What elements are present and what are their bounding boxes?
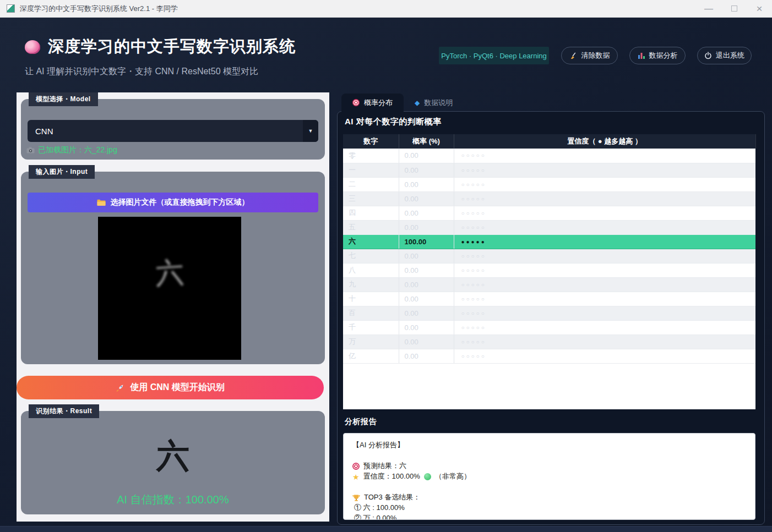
header-probability: 概率 (%) [399, 134, 454, 149]
probability-table-wrap: 数字 概率 (%) 置信度（ ● 越多越高 ） 零0.00○○○○○ 一0.00… [343, 134, 755, 409]
load-status: 已加载图片：六_22.jpg [26, 145, 117, 155]
report-heading: 分析报告 [345, 417, 377, 427]
report-top3-item: ① 六 : 100.00% [352, 503, 746, 513]
result-group-title: 识别结果・Result [29, 404, 99, 418]
input-group: 输入图片・Input 选择图片文件（或直接拖拽到下方区域） 六 [21, 172, 325, 364]
table-row[interactable]: 二0.00○○○○○ [343, 177, 755, 191]
data-analysis-button[interactable]: 数据分析 [629, 47, 686, 64]
broom-icon [569, 52, 578, 60]
page-subtitle: 让 AI 理解并识别中文数字・支持 CNN / ResNet50 模型对比 [25, 66, 258, 78]
input-group-title: 输入图片・Input [29, 165, 95, 179]
header-digit: 数字 [343, 134, 399, 149]
table-row[interactable]: 一0.00○○○○○ [343, 163, 755, 177]
image-preview[interactable]: 六 [98, 217, 241, 360]
result-group: 识别结果・Result 六 AI 自信指数：100.00% [21, 411, 325, 514]
table-row[interactable]: 七0.00○○○○○ [343, 249, 755, 263]
clear-data-button[interactable]: 清除数据 [561, 47, 618, 64]
diamond-icon: ◆ [415, 99, 420, 107]
green-dot-icon [424, 473, 431, 480]
tab-data-info[interactable]: ◆ 数据说明 [404, 94, 464, 112]
rocket-icon [116, 383, 124, 392]
maximize-button[interactable] [721, 0, 747, 17]
load-status-text: 已加载图片：六_22.jpg [38, 145, 117, 155]
target-icon [352, 99, 360, 106]
preview-handwriting: 六 [154, 253, 186, 293]
exit-button[interactable]: 退出系统 [697, 47, 752, 64]
report-prediction-line: 预测结果：六 [352, 461, 746, 471]
table-row[interactable]: 零0.00○○○○○ [343, 149, 755, 163]
table-row[interactable]: 四0.00○○○○○ [343, 206, 755, 220]
table-row[interactable]: 亿0.00○○○○○ [343, 349, 755, 363]
table-row[interactable]: 五0.00○○○○○ [343, 220, 755, 234]
brain-icon [25, 40, 40, 54]
model-group-title: 模型选择・Model [29, 92, 98, 106]
chevron-down-icon[interactable]: ▼ [303, 120, 318, 142]
star-icon: ★ [352, 473, 360, 481]
table-header-row: 数字 概率 (%) 置信度（ ● 越多越高 ） [343, 134, 755, 149]
table-row[interactable]: 九0.00○○○○○ [343, 277, 755, 292]
report-top3-item: ② 万 : 0.00% [352, 513, 746, 520]
close-icon: × [756, 3, 762, 14]
power-icon [704, 52, 712, 59]
table-row[interactable]: 万0.00○○○○○ [343, 334, 755, 349]
target-icon [352, 463, 360, 470]
folder-icon [97, 199, 106, 206]
minimize-icon: — [704, 4, 713, 14]
model-select[interactable]: CNN ▼ [28, 120, 318, 142]
app-window: 深度学习的中文手写数字识别系统 让 AI 理解并识别中文数字・支持 CNN / … [0, 18, 772, 532]
table-row[interactable]: 百0.00○○○○○ [343, 306, 755, 320]
report-title-line: 【AI 分析报告】 [352, 440, 746, 451]
probability-panel: AI 对每个数字的判断概率 数字 概率 (%) 置信度（ ● 越多越高 ） 零0… [337, 111, 765, 525]
report-top3-label: TOP3 备选结果： [352, 492, 746, 503]
minimize-button[interactable]: — [696, 0, 721, 17]
choose-image-button[interactable]: 选择图片文件（或直接拖拽到下方区域） [28, 193, 318, 212]
report-confidence-line: ★ 置信度：100.00% （非常高） [352, 471, 746, 482]
window-title: 深度学习的中文手写数字识别系统 Ver2.1 - 李同学 [20, 4, 178, 14]
recognize-button[interactable]: 使用 CNN 模型开始识别 [17, 376, 324, 399]
page-title: 深度学习的中文手写数字识别系统 [48, 36, 296, 58]
probability-table: 数字 概率 (%) 置信度（ ● 越多越高 ） 零0.00○○○○○ 一0.00… [343, 134, 756, 364]
left-panel: 模型选择・Model CNN ▼ 已加载图片：六_22.jpg 输入图片・Inp… [17, 92, 329, 522]
camera-icon [26, 147, 35, 153]
model-group: 模型选择・Model CNN ▼ 已加载图片：六_22.jpg [21, 99, 325, 160]
trophy-icon [352, 494, 360, 502]
probability-heading: AI 对每个数字的判断概率 [345, 117, 442, 127]
bar-chart-icon [638, 52, 645, 59]
tab-probability[interactable]: 概率分布 [341, 94, 404, 112]
model-selected-value: CNN [35, 127, 53, 136]
result-confidence: AI 自信指数：100.00% [21, 492, 325, 507]
tab-bar: 概率分布 ◆ 数据说明 [341, 94, 464, 112]
maximize-icon [731, 6, 737, 12]
header-confidence: 置信度（ ● 越多越高 ） [454, 134, 755, 149]
window-bottom-edge [0, 526, 772, 532]
table-row[interactable]: 三0.00○○○○○ [343, 191, 755, 206]
result-character: 六 [21, 434, 325, 479]
tech-stack-badge: PyTorch · PyQt6 · Deep Learning [439, 47, 549, 64]
table-row-predicted[interactable]: 六100.00●●●●● [343, 234, 755, 249]
table-row[interactable]: 八0.00○○○○○ [343, 263, 755, 277]
table-row[interactable]: 千0.00○○○○○ [343, 320, 755, 334]
app-icon [7, 4, 15, 13]
analysis-report[interactable]: 【AI 分析报告】 预测结果：六 ★ 置信度：100.00% （非常高） TOP… [343, 433, 755, 520]
titlebar: 深度学习的中文手写数字识别系统 Ver2.1 - 李同学 — × [0, 0, 772, 18]
close-button[interactable]: × [747, 0, 772, 17]
table-row[interactable]: 十0.00○○○○○ [343, 292, 755, 306]
